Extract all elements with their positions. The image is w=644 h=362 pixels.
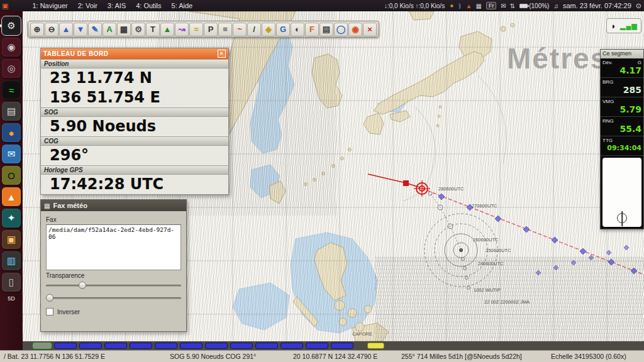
text-overlay-icon[interactable]: T	[146, 23, 160, 36]
instrument-panel: Ce segmen Dév.G4.17BRG285VMG5.79RNG55.4T…	[600, 49, 644, 229]
mob-icon[interactable]: ◉	[348, 23, 362, 36]
measure-icon[interactable]: /	[247, 23, 261, 36]
warning-icon[interactable]: ▲	[466, 3, 472, 9]
dashboard-value: 136 51.754 E	[41, 88, 228, 107]
chart-piece-blue[interactable]	[255, 343, 278, 349]
menubar-app-icon: ▣	[2, 2, 8, 10]
volume-icon[interactable]: ♫	[553, 3, 558, 9]
route-manager-icon[interactable]: ≡	[218, 23, 232, 36]
weatherfax-plugin-icon: F	[309, 25, 314, 34]
ais-targets-icon[interactable]: ▲	[160, 23, 174, 36]
instrument-list: Dév.G4.17BRG285VMG5.79RNG55.4TTG09:34:04	[601, 58, 643, 156]
chart-piece-blue[interactable]	[79, 343, 102, 349]
logbook-icon[interactable]: ▤	[319, 23, 333, 36]
media-player-icon[interactable]: ◉	[2, 38, 21, 57]
dashboard-section-header: Position	[41, 59, 228, 69]
instrument-label: Dév.	[602, 60, 613, 65]
battery-indicator[interactable]: (100%)	[519, 3, 549, 9]
menu-item[interactable]: 4: Outils	[136, 2, 161, 9]
notifier-icon[interactable]: ✴	[449, 3, 454, 9]
transparency-slider[interactable]	[46, 280, 181, 290]
instrument-label: VMG	[602, 99, 614, 104]
scale-down-icon[interactable]: ▼	[74, 23, 87, 36]
close-toolbar-icon[interactable]: ×	[363, 23, 377, 36]
file-manager-icon[interactable]: ▤	[2, 102, 21, 121]
fax-path-field[interactable]: /media/dam/f52a14ac-2ed2-4ebd-927d-06	[46, 224, 181, 270]
chart-piece-yellow[interactable]	[367, 343, 384, 349]
power-icon[interactable]: ⊙	[636, 2, 641, 10]
track-toggle-icon[interactable]: ~	[233, 23, 247, 36]
day-night-toggle-icon[interactable]: ◑	[610, 21, 615, 31]
chart-piece-blue[interactable]	[130, 343, 152, 349]
opencpn-launcher-icon[interactable]: ⚙	[2, 16, 21, 35]
clock-indicator[interactable]: sam. 23 févr. 07:42:29	[563, 2, 631, 9]
zoom-in-icon[interactable]: ⊕	[30, 23, 44, 36]
network-updown-icon[interactable]: ⇅	[510, 3, 515, 9]
tides-icon[interactable]: ≈	[189, 23, 203, 36]
mail-icon[interactable]: ✉	[501, 3, 506, 9]
route-create-icon[interactable]: ✎	[88, 23, 102, 36]
trash-icon[interactable]: ▯	[2, 273, 21, 292]
chart-piece-blue[interactable]	[280, 343, 303, 349]
gps-signal-icon[interactable]: ▂▄▆	[620, 22, 638, 30]
auto-follow-icon[interactable]: A	[103, 23, 116, 36]
keyboard-layout-indicator[interactable]: Fr	[486, 2, 497, 9]
utility-icon[interactable]: ✦	[2, 209, 21, 228]
zoom-out-icon[interactable]: ⊖	[45, 23, 58, 36]
slider-thumb[interactable]	[79, 282, 86, 289]
instrument-value: 5.79	[602, 104, 641, 114]
chart-piece-blue[interactable]	[104, 343, 127, 349]
weatherfax-plugin-icon[interactable]: F	[305, 23, 319, 36]
chart-piece-blue[interactable]	[331, 343, 353, 349]
vlc-icon[interactable]: ▲	[2, 187, 21, 206]
menu-item[interactable]: 1: Naviguer	[32, 2, 67, 9]
office-writer-icon[interactable]: O	[2, 166, 21, 185]
menu-item[interactable]: 5: Aide	[172, 2, 193, 9]
signal-scope-icon[interactable]: ≈	[2, 80, 21, 99]
inverser-checkbox[interactable]	[46, 308, 53, 315]
vlc-icon: ▲	[7, 192, 16, 202]
world-map-icon[interactable]: ◯	[334, 23, 348, 36]
archive-icon[interactable]: ▥	[2, 251, 21, 270]
chart-piece-blue[interactable]	[180, 343, 203, 349]
statusbar-field: 255° 714 Milles 5d1h [@5Noeuds 5d22h]	[401, 351, 522, 362]
firefox-icon[interactable]: ●	[2, 123, 21, 142]
drop-mark-icon[interactable]: ◆	[262, 23, 275, 36]
chart-piece-blue[interactable]	[306, 343, 328, 349]
scale-up-icon[interactable]: ▲	[59, 23, 73, 36]
dashboard-plugin-icon[interactable]: ◐	[291, 23, 304, 36]
chart-piece-active[interactable]	[33, 343, 52, 349]
mob-icon: ◉	[352, 25, 358, 34]
chart-quilt-icon[interactable]: ▦	[117, 23, 131, 36]
instrument-rng: RNG55.4	[601, 117, 643, 136]
fax-titlebar[interactable]: ▤ Fax météo	[41, 200, 186, 211]
chart-piece-blue[interactable]	[155, 343, 177, 349]
photos-icon[interactable]: ▣	[2, 230, 21, 249]
instrument-value: 09:34:04	[602, 143, 641, 153]
dashboard-titlebar[interactable]: TABLEAU DE BORD ×	[41, 48, 228, 59]
compass-dial-icon	[617, 213, 627, 223]
disc-player-icon[interactable]: ◎	[2, 59, 21, 78]
chart-piece-blue[interactable]	[205, 343, 228, 349]
bluetooth-icon[interactable]: ᛒ	[458, 3, 462, 9]
file-manager-icon: ▤	[7, 106, 16, 117]
grib-weather-icon[interactable]: G	[276, 23, 290, 36]
print-icon[interactable]: P	[204, 23, 218, 36]
chart-piece-blue[interactable]	[54, 343, 77, 349]
world-map-icon: ◯	[336, 25, 346, 34]
chart-piece-blue[interactable]	[230, 343, 253, 349]
slider-thumb[interactable]	[46, 294, 53, 302]
offset-slider[interactable]	[46, 293, 181, 303]
dashboard-value: 23 11.774 N	[41, 69, 228, 88]
currents-icon[interactable]: ↝	[175, 23, 189, 36]
instrument-panel-header[interactable]: Ce segmen	[601, 50, 643, 58]
opencpn-toolbar: ⊕⊖▲▼✎A▦⚙T▲↝≈P≡~/◆G◐F▤◯◉×	[28, 21, 379, 38]
inverser-label: Inverser	[57, 309, 80, 315]
disc-player-icon: ◎	[7, 63, 15, 74]
menu-item[interactable]: 3: AIS	[108, 2, 126, 9]
dashboard-close-icon[interactable]: ×	[218, 50, 226, 58]
display-icon[interactable]: ▦	[475, 3, 481, 9]
menu-item[interactable]: 2: Voir	[78, 2, 97, 9]
settings-gear-icon[interactable]: ⚙	[131, 23, 145, 36]
mail-client-icon[interactable]: ✉	[2, 145, 21, 163]
